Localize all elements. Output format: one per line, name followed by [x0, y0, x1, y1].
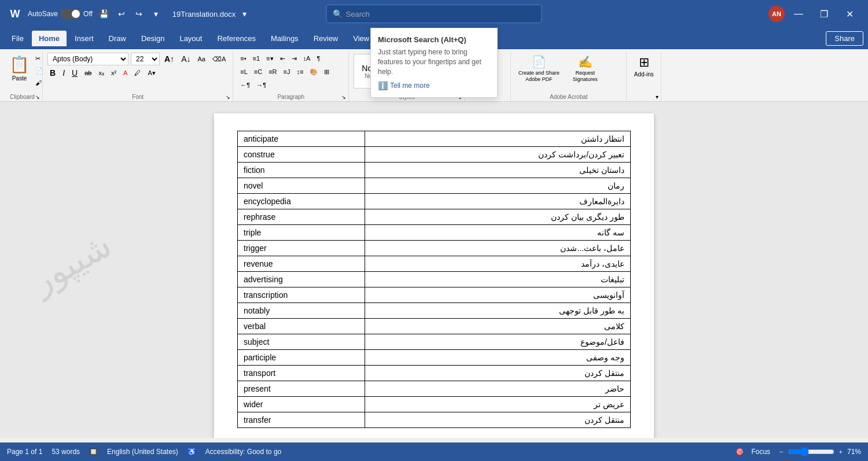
- persian-cell: عامل، باعث...شدن: [365, 241, 631, 256]
- title-bar: W AutoSave Off 💾 ↩ ↪ ▾ 19Translation.doc…: [0, 0, 868, 28]
- increase-indent-button[interactable]: ⇥: [289, 53, 299, 64]
- table-row: subjectفاعل/موضوع: [238, 334, 631, 350]
- tab-references[interactable]: References: [210, 31, 262, 46]
- focus-icon: 🎯: [735, 448, 744, 456]
- persian-cell: انتظار داشتن: [365, 131, 631, 147]
- search-bar[interactable]: 🔍: [326, 5, 542, 23]
- clipboard-expand-icon[interactable]: ↘: [35, 94, 40, 100]
- addins-button[interactable]: ⊞ Add-ins: [631, 53, 656, 87]
- english-cell: advertising: [238, 272, 365, 287]
- paste-button[interactable]: 📋 Paste: [7, 53, 32, 87]
- sort-button[interactable]: ↕A: [301, 53, 313, 64]
- search-input[interactable]: [346, 10, 536, 19]
- shading-button[interactable]: 🎨: [307, 66, 320, 78]
- persian-cell: دایرةالمعارف: [365, 194, 631, 209]
- restore-button[interactable]: ❐: [812, 0, 836, 28]
- align-left-button[interactable]: ≡L: [238, 66, 250, 78]
- highlight-button[interactable]: 🖊: [132, 67, 143, 79]
- minimize-button[interactable]: —: [787, 0, 810, 28]
- request-signatures-button[interactable]: ✍️ Request Signatures: [562, 53, 608, 87]
- tab-home[interactable]: Home: [32, 31, 67, 46]
- paragraph-expand-icon[interactable]: ↘: [341, 94, 346, 100]
- persian-cell: منتقل کردن: [365, 366, 631, 381]
- filename-dropdown-icon[interactable]: ▾: [242, 9, 247, 19]
- subscript-button[interactable]: x₂: [96, 67, 106, 79]
- table-row: encyclopediaدایرةالمعارف: [238, 194, 631, 209]
- font-family-select[interactable]: Aptos (Body): [47, 53, 128, 65]
- line-spacing-button[interactable]: ↕≡: [295, 66, 306, 78]
- justify-button[interactable]: ≡J: [281, 66, 293, 78]
- share-button[interactable]: Share: [826, 31, 863, 46]
- tab-file[interactable]: File: [5, 31, 31, 46]
- share-area: Share: [826, 31, 863, 46]
- zoom-in-button[interactable]: +: [837, 446, 845, 458]
- persian-cell: رمان: [365, 178, 631, 194]
- tab-layout[interactable]: Layout: [172, 31, 209, 46]
- addins-icon: ⊞: [639, 55, 649, 70]
- english-cell: verbal: [238, 319, 365, 334]
- table-row: revenueعایدی، درآمد: [238, 256, 631, 272]
- multilevel-button[interactable]: ≡▾: [264, 53, 275, 64]
- numbering-button[interactable]: ≡1: [251, 53, 263, 64]
- border-button[interactable]: ⊞: [322, 66, 332, 78]
- undo-icon[interactable]: ↩: [115, 7, 128, 21]
- english-cell: transport: [238, 366, 365, 381]
- table-row: fictionداستان تخیلی: [238, 163, 631, 178]
- autosave-toggle[interactable]: [60, 9, 81, 19]
- show-marks-button[interactable]: ¶: [314, 53, 322, 64]
- focus-label: Focus: [751, 448, 770, 456]
- strikethrough-button[interactable]: ab: [82, 67, 94, 79]
- autosave-label: AutoSave: [28, 10, 58, 18]
- underline-button[interactable]: U: [69, 67, 80, 79]
- document-area: شیپور anticipateانتظار داشتنconstrueتعبی…: [0, 102, 868, 438]
- save-icon[interactable]: 💾: [97, 7, 111, 21]
- zoom-out-button[interactable]: −: [777, 446, 785, 458]
- font-color-button[interactable]: A: [121, 67, 130, 79]
- create-adobe-pdf-button[interactable]: 📄 Create and Share Adobe PDF: [516, 53, 562, 87]
- bidi-ltr-button[interactable]: →¶: [254, 79, 269, 91]
- superscript-button[interactable]: x²: [109, 67, 119, 79]
- english-cell: transfer: [238, 412, 365, 428]
- font-size-select[interactable]: 22: [131, 53, 160, 65]
- decrease-font-button[interactable]: A↓: [179, 53, 193, 65]
- persian-cell: عریض تر: [365, 397, 631, 412]
- tab-review[interactable]: Review: [307, 31, 345, 46]
- title-bar-left: W AutoSave Off 💾 ↩ ↪ ▾ 19Translation.doc…: [7, 6, 247, 22]
- increase-font-button[interactable]: A↑: [162, 53, 176, 65]
- tab-design[interactable]: Design: [134, 31, 171, 46]
- tab-draw[interactable]: Draw: [102, 31, 133, 46]
- addins-chevron-icon[interactable]: ▾: [656, 94, 659, 100]
- close-button[interactable]: ✕: [838, 0, 861, 28]
- info-circle-icon: ℹ️: [378, 81, 388, 90]
- persian-cell: طور دیگری بیان کردن: [365, 209, 631, 225]
- english-cell: fiction: [238, 163, 365, 178]
- decrease-indent-button[interactable]: ⇤: [278, 53, 288, 64]
- bold-button[interactable]: B: [47, 67, 58, 79]
- redo-icon[interactable]: ↪: [132, 7, 146, 21]
- autosave-state: Off: [83, 10, 93, 18]
- clear-format-button[interactable]: ⌫A: [210, 53, 228, 65]
- bullets-button[interactable]: ≡•: [238, 53, 248, 64]
- table-row: participleوجه وصفی: [238, 350, 631, 366]
- table-row: construeتعبیر کردن/برداشت کردن: [238, 147, 631, 163]
- zoom-slider[interactable]: [788, 447, 834, 456]
- case-button[interactable]: Aa: [195, 53, 207, 65]
- create-pdf-label: Create and Share Adobe PDF: [518, 70, 560, 83]
- italic-button[interactable]: I: [60, 67, 67, 79]
- align-center-button[interactable]: ≡C: [252, 66, 264, 78]
- paragraph-controls: ≡• ≡1 ≡▾ ⇤ ⇥ ↕A ¶ ≡L ≡C ≡R ≡J ↕≡ 🎨 ⊞: [238, 53, 332, 91]
- tooltip-link[interactable]: ℹ️ Tell me more: [378, 81, 490, 90]
- tab-insert[interactable]: Insert: [68, 31, 101, 46]
- customize-icon[interactable]: ▾: [149, 7, 163, 21]
- font-expand-icon[interactable]: ↘: [226, 94, 230, 100]
- persian-cell: تبلیغات: [365, 272, 631, 287]
- english-cell: notably: [238, 303, 365, 319]
- bidi-rtl-button[interactable]: ←¶: [238, 79, 252, 91]
- align-right-button[interactable]: ≡R: [266, 66, 279, 78]
- paste-icon: 📋: [9, 55, 30, 74]
- font-row2: B I U ab x₂ x² A 🖊 A▾: [47, 67, 228, 79]
- persian-cell: منتقل کردن: [365, 412, 631, 428]
- table-row: novelرمان: [238, 178, 631, 194]
- font-bg-button[interactable]: A▾: [145, 67, 157, 79]
- tab-mailings[interactable]: Mailings: [264, 31, 306, 46]
